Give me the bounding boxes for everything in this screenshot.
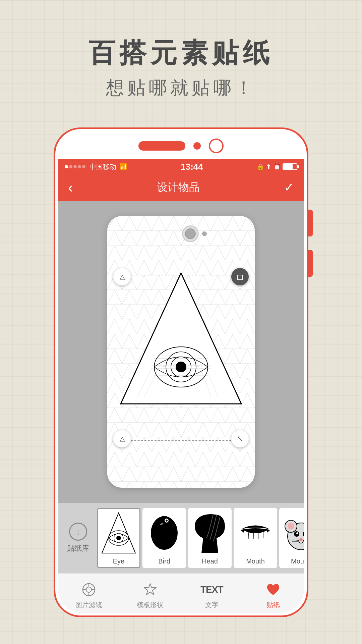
camera-lens [182,225,199,242]
status-left: 中国移动 📶 [65,162,127,171]
svg-point-34 [116,536,121,540]
lock-icon: 🔒 [257,163,264,170]
handle-rotate[interactable]: △ [113,268,131,285]
svg-point-53 [296,532,298,534]
sticker-bird-preview [146,511,183,555]
sticker-item-mouse[interactable]: Mouse [279,508,304,568]
subheadline: 想贴哪就贴哪！ [0,76,362,100]
sticker-toolbar: ↓ 贴纸库 [58,503,304,573]
bottom-nav: 图片滤镜 模板形状 TEXT 文字 [58,573,304,613]
svg-point-63 [86,587,92,592]
sticker-eye-label: Eye [113,557,124,565]
sticker-nav-label: 贴纸 [266,600,280,609]
headline: 百搭元素贴纸 [0,37,362,69]
signal-dot-3 [73,165,77,168]
signal-dot-1 [65,165,68,168]
sticker-eye-preview [100,511,137,555]
svg-point-40 [166,520,168,522]
top-text-section: 百搭元素贴纸 想贴哪就贴哪！ [0,0,362,120]
handle-delete[interactable] [231,268,249,285]
sticker-mouth-preview [237,511,274,555]
svg-point-55 [299,538,303,541]
design-canvas[interactable]: △ △ ⤡ [58,201,304,503]
svg-marker-31 [102,513,135,553]
signal-dot-2 [69,165,72,168]
sticker-mouse-preview [283,511,304,555]
signal-dot-4 [78,165,81,168]
download-icon: ↓ [69,523,87,541]
filter-label: 图片滤镜 [75,600,102,609]
nav-item-filter[interactable]: 图片滤镜 [65,581,112,609]
case-camera [182,225,207,242]
filter-icon [80,581,98,598]
phone-case-mockup: △ △ ⤡ [107,216,255,488]
sticker-item-eye[interactable]: Eye [97,508,140,568]
sticker-head-label: Head [202,557,218,565]
sticker-item-bird[interactable]: Bird [142,508,186,568]
svg-point-49 [288,523,294,530]
status-time: 13:44 [181,162,203,172]
phone-outer-frame: 中国移动 📶 13:44 🔒 ⬆ ⏰ ‹ 设计物品 ✓ [54,127,308,617]
camera-flash [202,231,207,236]
wifi-icon: 📶 [120,163,127,170]
status-bar: 中国移动 📶 13:44 🔒 ⬆ ⏰ [58,159,304,174]
template-label: 模板形状 [137,600,164,609]
camera-circle [209,139,224,153]
nav-item-text[interactable]: TEXT 文字 [188,581,235,609]
sticker-mouth-label: Mouth [246,557,265,565]
trash-icon [236,272,244,281]
sticker-bird-label: Bird [158,557,170,565]
nav-item-template[interactable]: 模板形状 [127,581,174,609]
signal-dots [65,165,85,168]
battery-fill [283,164,293,169]
confirm-button[interactable]: ✓ [284,180,294,195]
heart-icon [264,581,282,598]
sticker-lib-label: 贴纸库 [67,543,89,553]
handle-resize[interactable]: ⤡ [231,430,249,447]
phone-top-decor [138,139,224,153]
alarm-icon: ⏰ [273,163,281,170]
sticker-item-head[interactable]: Head [188,508,232,568]
nav-bar: ‹ 设计物品 ✓ [58,174,304,201]
text-label: 文字 [205,600,219,609]
handle-flip[interactable]: △ [113,430,131,447]
svg-marker-68 [144,584,156,595]
star-icon [141,581,159,598]
signal-dot-5 [82,165,85,168]
back-button[interactable]: ‹ [68,179,73,196]
battery-indicator [283,163,297,170]
sticker-head-preview [191,511,228,555]
nav-item-sticker[interactable]: 贴纸 [250,581,297,609]
svg-point-38 [158,517,170,527]
nav-title: 设计物品 [157,180,200,195]
phone-screen: 中国移动 📶 13:44 🔒 ⬆ ⏰ ‹ 设计物品 ✓ [58,159,304,613]
text-icon: TEXT [203,581,221,598]
camera-inner [185,228,196,239]
carrier-label: 中国移动 [89,162,116,171]
side-button-top [308,210,313,236]
location-icon: ⬆ [266,163,271,170]
sensor-dot [193,142,201,150]
sticker-library-button[interactable]: ↓ 贴纸库 [61,508,95,568]
sticker-item-mouth[interactable]: Mouth [234,508,277,568]
speaker-bar [138,141,185,151]
selection-box [121,275,241,441]
side-button-mid [308,250,313,277]
phone-mockup: 中国移动 📶 13:44 🔒 ⬆ ⏰ ‹ 设计物品 ✓ [54,127,308,617]
sticker-mouse-label: Mouse [291,557,304,565]
status-right: 🔒 ⬆ ⏰ [257,163,297,170]
